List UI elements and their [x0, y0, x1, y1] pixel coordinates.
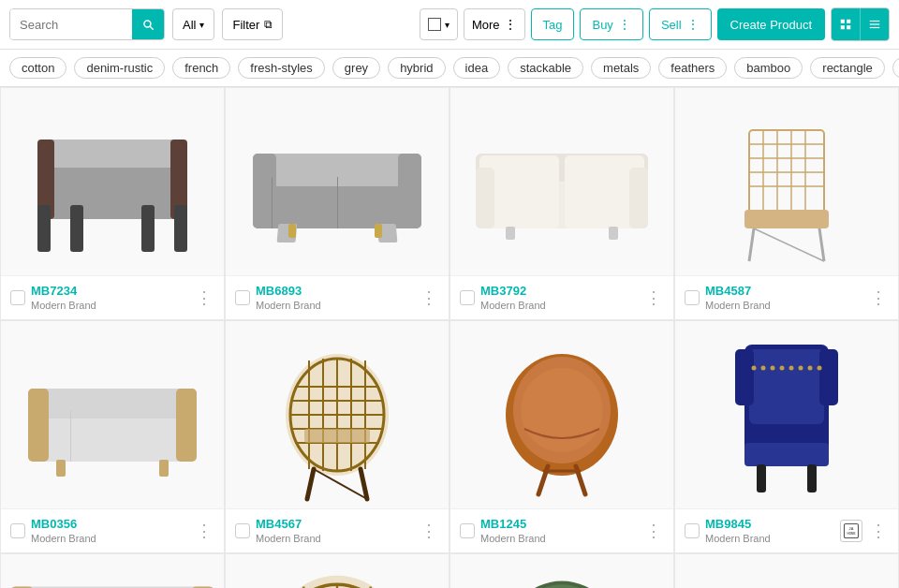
product-id-mb4567[interactable]: MB4567 — [256, 517, 413, 531]
product-id-mb3792[interactable]: MB3792 — [480, 284, 638, 298]
product-info-mb4567: MB4567Modern Brand — [256, 517, 413, 545]
product-image-mb4567[interactable] — [226, 321, 449, 508]
product-card-mb4567: MB4567Modern Brand⋮ — [225, 320, 450, 553]
svg-rect-52 — [159, 460, 169, 477]
grid-view-button[interactable] — [832, 8, 861, 40]
product-id-mb6893[interactable]: MB6893 — [256, 284, 413, 298]
svg-rect-8 — [47, 140, 178, 168]
product-checkbox-mb4567[interactable] — [235, 523, 250, 538]
all-label: All — [183, 18, 196, 32]
product-id-mb9845[interactable]: MB9845 — [705, 517, 834, 531]
svg-point-84 — [789, 366, 794, 371]
sell-label: Sell — [661, 18, 682, 32]
product-image-mb3792[interactable] — [450, 88, 673, 275]
product-checkbox-mb1245[interactable] — [460, 523, 475, 538]
more-button[interactable]: More ⋮ — [464, 8, 525, 40]
tag-feathers[interactable]: feathers — [658, 57, 727, 79]
product-image-mb0004[interactable] — [675, 554, 898, 588]
product-image-mb6893[interactable] — [226, 88, 449, 275]
buy-dots-icon: ⋮ — [618, 17, 631, 32]
tag-hybrid[interactable]: hybrid — [388, 57, 445, 79]
svg-point-85 — [799, 366, 803, 371]
product-more-mb9845[interactable]: ⋮ — [868, 521, 889, 541]
product-image-mb7234[interactable] — [1, 88, 224, 275]
product-more-mb0356[interactable]: ⋮ — [194, 521, 214, 541]
product-card-mb9845: MB9845Modern BrandJAHOME⋮ — [674, 320, 899, 553]
tag-denim-rustic[interactable]: denim-rustic — [74, 57, 165, 79]
tag-cotton[interactable]: cotton — [9, 57, 66, 79]
tag-grey[interactable]: grey — [332, 57, 380, 79]
product-checkbox-mb9845[interactable] — [685, 523, 700, 538]
product-footer-mb3792: MB3792Modern Brand⋮ — [450, 275, 673, 319]
svg-rect-6 — [870, 27, 880, 28]
tag-french[interactable]: french — [172, 57, 230, 79]
product-more-mb3792[interactable]: ⋮ — [643, 287, 664, 308]
product-more-mb1245[interactable]: ⋮ — [643, 521, 664, 541]
product-checkbox-mb6893[interactable] — [235, 290, 250, 305]
svg-point-86 — [808, 366, 813, 371]
product-checkbox-mb7234[interactable] — [10, 290, 25, 305]
tag-stackable[interactable]: stackable — [508, 57, 583, 79]
filter-icon: ⧉ — [264, 18, 273, 31]
product-id-mb4587[interactable]: MB4587 — [705, 284, 862, 298]
svg-rect-12 — [174, 205, 187, 252]
product-more-mb4587[interactable]: ⋮ — [868, 287, 889, 308]
svg-rect-65 — [304, 429, 370, 443]
product-checkbox-mb4587[interactable] — [685, 290, 700, 305]
product-footer-mb7234: MB7234Modern Brand⋮ — [1, 275, 224, 319]
all-dropdown[interactable]: All ▾ — [172, 8, 214, 40]
product-id-mb0356[interactable]: MB0356 — [31, 517, 188, 531]
svg-text:JA: JA — [849, 527, 854, 531]
buy-button[interactable]: Buy ⋮ — [580, 8, 642, 40]
chevron-down-icon: ▾ — [199, 20, 204, 30]
create-product-button[interactable]: Create Product — [717, 8, 825, 40]
product-image-mb0002[interactable] — [226, 554, 449, 588]
svg-rect-89 — [807, 464, 817, 492]
product-card-mb0356: MB0356Modern Brand⋮ — [0, 320, 225, 553]
product-brand-mb0356: Modern Brand — [31, 533, 96, 544]
svg-point-83 — [780, 366, 785, 371]
product-card-mb7234: MB7234Modern Brand⋮ — [0, 87, 225, 320]
tag-bamboo[interactable]: bamboo — [734, 57, 803, 79]
tag-fresh-styles[interactable]: fresh-styles — [238, 57, 324, 79]
product-image-mb9845[interactable] — [675, 321, 898, 508]
product-checkbox-mb3792[interactable] — [460, 290, 475, 305]
svg-rect-20 — [337, 177, 338, 228]
filter-button[interactable]: Filter ⧉ — [222, 8, 283, 40]
svg-point-106 — [509, 584, 614, 588]
tag-rectangle[interactable]: rectangle — [810, 57, 884, 79]
product-more-mb6893[interactable]: ⋮ — [419, 287, 439, 308]
shape-icon — [428, 18, 441, 31]
svg-rect-76 — [749, 349, 824, 424]
search-wrapper — [9, 8, 165, 40]
product-more-mb7234[interactable]: ⋮ — [194, 287, 214, 308]
product-info-mb3792: MB3792Modern Brand — [480, 284, 638, 312]
product-checkbox-mb0356[interactable] — [10, 523, 25, 538]
svg-line-45 — [754, 228, 824, 261]
svg-line-67 — [361, 469, 367, 499]
select-shape-button[interactable]: ▾ — [420, 8, 458, 40]
product-image-mb1245[interactable] — [450, 321, 673, 508]
product-image-mb0003[interactable] — [450, 554, 673, 588]
product-card-mb1245: MB1245Modern Brand⋮ — [450, 320, 674, 553]
search-input[interactable] — [10, 9, 132, 39]
product-info-mb1245: MB1245Modern Brand — [480, 517, 638, 545]
svg-rect-50 — [70, 410, 71, 462]
product-footer-mb9845: MB9845Modern BrandJAHOME⋮ — [675, 508, 898, 552]
search-button[interactable] — [132, 9, 164, 39]
list-view-button[interactable] — [861, 8, 889, 40]
tag-lay-flats[interactable]: lay-flats — [892, 57, 899, 79]
tag-metals[interactable]: metals — [591, 57, 651, 79]
product-grid: MB7234Modern Brand⋮ MB6893Modern Brand⋮ … — [0, 87, 899, 588]
svg-rect-1 — [847, 20, 850, 23]
product-image-mb0001[interactable] — [1, 554, 224, 588]
product-more-mb4567[interactable]: ⋮ — [419, 521, 439, 541]
tag-button[interactable]: Tag — [531, 8, 575, 40]
product-image-mb0356[interactable] — [1, 321, 224, 508]
product-id-mb1245[interactable]: MB1245 — [480, 517, 638, 531]
sell-button[interactable]: Sell ⋮ — [649, 8, 712, 40]
tag-idea[interactable]: idea — [453, 57, 501, 79]
product-id-mb7234[interactable]: MB7234 — [31, 284, 188, 298]
svg-rect-29 — [476, 168, 494, 228]
product-image-mb4587[interactable] — [675, 88, 898, 275]
